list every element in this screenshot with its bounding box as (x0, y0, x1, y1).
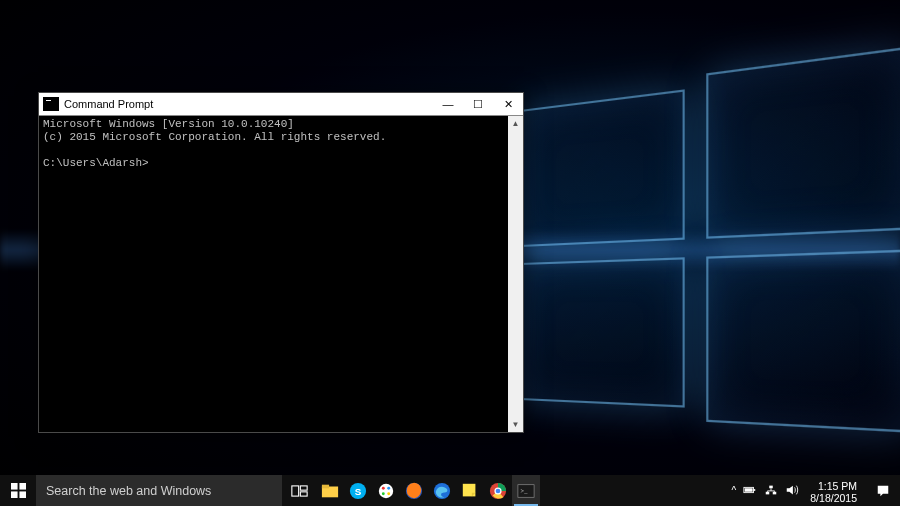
windows-logo-icon (11, 483, 26, 498)
file-explorer-icon[interactable] (316, 475, 344, 506)
window-title: Command Prompt (64, 98, 153, 110)
search-placeholder: Search the web and Windows (46, 484, 211, 498)
vertical-scrollbar[interactable]: ▲ ▼ (508, 116, 523, 432)
svg-rect-4 (291, 485, 298, 495)
chrome-icon[interactable] (484, 475, 512, 506)
command-prompt-taskbar-icon[interactable]: >_ (512, 475, 540, 506)
svg-point-21 (496, 488, 501, 493)
firefox-icon[interactable] (400, 475, 428, 506)
clock-time: 1:15 PM (810, 480, 857, 492)
action-center-button[interactable] (870, 484, 896, 498)
svg-point-14 (382, 492, 385, 495)
paint-icon[interactable] (372, 475, 400, 506)
maximize-button[interactable]: ☐ (463, 93, 493, 115)
svg-rect-2 (11, 491, 18, 498)
svg-rect-3 (19, 491, 26, 498)
svg-text:S: S (355, 485, 362, 496)
network-icon[interactable] (764, 483, 778, 499)
window-client-area: Microsoft Windows [Version 10.0.10240] (… (39, 115, 523, 432)
cmd-icon (43, 97, 59, 111)
svg-rect-27 (766, 491, 770, 494)
close-button[interactable]: ✕ (493, 93, 523, 115)
svg-rect-1 (19, 483, 26, 490)
taskbar: Search the web and Windows S (0, 475, 900, 506)
task-view-icon (291, 484, 308, 498)
scroll-track[interactable] (508, 131, 523, 417)
svg-rect-28 (773, 491, 777, 494)
svg-point-15 (387, 492, 390, 495)
svg-point-12 (382, 486, 385, 489)
svg-rect-29 (770, 485, 774, 488)
minimize-button[interactable]: — (433, 93, 463, 115)
skype-icon[interactable]: S (344, 475, 372, 506)
svg-rect-5 (300, 485, 307, 489)
command-prompt-window[interactable]: Command Prompt — ☐ ✕ Microsoft Windows [… (38, 92, 524, 433)
terminal-line: (c) 2015 Microsoft Corporation. All righ… (43, 131, 386, 143)
svg-point-11 (379, 483, 393, 497)
start-button[interactable] (0, 475, 36, 506)
clock[interactable]: 1:15 PM 8/18/2015 (806, 477, 863, 504)
terminal-prompt: C:\Users\Adarsh> (43, 157, 149, 169)
tray-overflow-button[interactable]: ^ (732, 485, 737, 496)
wallpaper-windows-logo (520, 61, 900, 418)
system-tray: ^ 1:15 PM 8/18/2015 (724, 475, 900, 506)
task-view-button[interactable] (282, 475, 316, 506)
clock-date: 8/18/2015 (810, 492, 857, 504)
scroll-up-button[interactable]: ▲ (508, 116, 523, 131)
scroll-down-button[interactable]: ▼ (508, 417, 523, 432)
battery-icon[interactable] (743, 483, 757, 499)
svg-rect-0 (11, 483, 18, 490)
edge-icon[interactable] (428, 475, 456, 506)
volume-icon[interactable] (785, 483, 799, 499)
sticky-notes-icon[interactable] (456, 475, 484, 506)
svg-rect-8 (322, 484, 329, 488)
terminal-output[interactable]: Microsoft Windows [Version 10.0.10240] (… (39, 116, 508, 432)
svg-point-13 (387, 486, 390, 489)
taskbar-pinned-apps: S >_ (316, 475, 540, 506)
svg-text:>_: >_ (521, 486, 529, 493)
svg-rect-26 (745, 488, 753, 492)
search-box[interactable]: Search the web and Windows (36, 475, 282, 506)
svg-rect-25 (754, 489, 756, 491)
svg-rect-6 (300, 491, 307, 495)
terminal-line: Microsoft Windows [Version 10.0.10240] (43, 118, 294, 130)
window-titlebar[interactable]: Command Prompt — ☐ ✕ (39, 93, 523, 115)
